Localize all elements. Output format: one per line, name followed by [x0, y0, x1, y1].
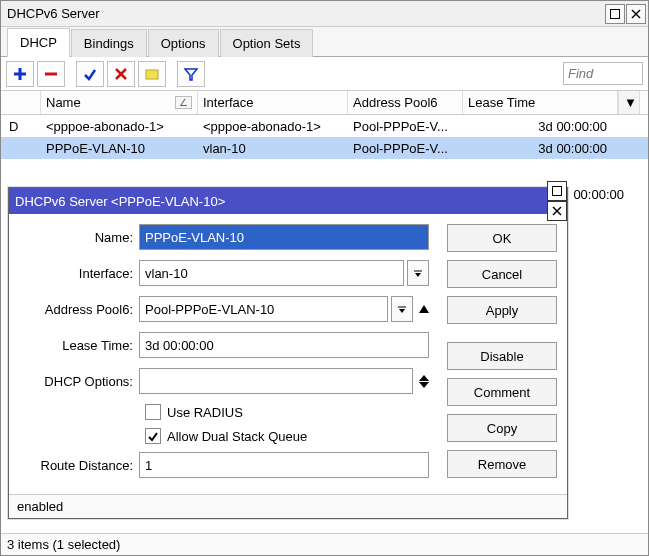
svg-rect-10: [553, 187, 562, 196]
enable-button[interactable]: [76, 61, 104, 87]
row-lease: 3d 00:00:00: [463, 117, 618, 136]
label-route-distance: Route Distance:: [19, 458, 139, 473]
status-bar: 3 items (1 selected): [1, 533, 648, 555]
maximize-button[interactable]: [605, 4, 625, 24]
name-field[interactable]: [139, 224, 429, 250]
col-flag[interactable]: [1, 91, 41, 114]
pool-field[interactable]: [139, 296, 388, 322]
lease-field[interactable]: [139, 332, 429, 358]
window-buttons: [604, 4, 648, 24]
route-distance-field[interactable]: [139, 452, 429, 478]
grid-body: D <pppoe-abonado-1> <pppoe-abonado-1> Po…: [1, 115, 648, 159]
tab-dhcp[interactable]: DHCP: [7, 28, 70, 57]
col-interface[interactable]: Interface: [198, 91, 348, 114]
col-lease-time[interactable]: Lease Time: [463, 91, 618, 114]
col-name-label: Name: [46, 95, 81, 110]
column-menu-button[interactable]: ▼: [618, 91, 640, 114]
disable-button[interactable]: [107, 61, 135, 87]
row-interface: <pppoe-abonado-1>: [198, 117, 348, 136]
dialog-close-button[interactable]: [547, 201, 567, 221]
comment-button[interactable]: [138, 61, 166, 87]
row-name: <pppoe-abonado-1>: [41, 117, 198, 136]
svg-marker-9: [185, 69, 197, 80]
main-titlebar: DHCPv6 Server: [1, 1, 648, 27]
row-flag: [1, 146, 41, 150]
svg-rect-8: [146, 70, 158, 79]
dhcp-options-field[interactable]: [139, 368, 413, 394]
row-flag: D: [1, 117, 41, 136]
label-interface: Interface:: [19, 266, 139, 281]
interface-dropdown-button[interactable]: [407, 260, 429, 286]
col-name[interactable]: Name ∠: [41, 91, 198, 114]
tab-bindings[interactable]: Bindings: [71, 29, 147, 57]
ok-button[interactable]: OK: [447, 224, 557, 252]
main-title: DHCPv6 Server: [7, 6, 604, 21]
close-button[interactable]: [626, 4, 646, 24]
button-column: OK Cancel Apply Disable Comment Copy Rem…: [447, 224, 557, 488]
svg-marker-16: [399, 309, 405, 313]
remove-button[interactable]: [37, 61, 65, 87]
sort-indicator[interactable]: ∠: [175, 96, 192, 109]
edit-dialog: DHCPv6 Server <PPPoE-VLAN-10> Name: Inte…: [8, 187, 568, 519]
row-pool: Pool-PPPoE-V...: [348, 139, 463, 158]
toolbar: [1, 57, 648, 91]
pool-up-button[interactable]: [419, 305, 429, 313]
copy-button[interactable]: Copy: [447, 414, 557, 442]
svg-marker-14: [415, 273, 421, 277]
allow-dual-label: Allow Dual Stack Queue: [167, 429, 307, 444]
dialog-title: DHCPv6 Server <PPPoE-VLAN-10>: [15, 194, 225, 209]
form-column: Name: Interface: Address Pool6: Lease: [19, 224, 429, 488]
filter-button[interactable]: [177, 61, 205, 87]
table-row[interactable]: D <pppoe-abonado-1> <pppoe-abonado-1> Po…: [1, 115, 648, 137]
tab-option-sets[interactable]: Option Sets: [220, 29, 314, 57]
col-address-pool[interactable]: Address Pool6: [348, 91, 463, 114]
use-radius-label: Use RADIUS: [167, 405, 243, 420]
label-lease: Lease Time:: [19, 338, 139, 353]
label-name: Name:: [19, 230, 139, 245]
allow-dual-checkbox[interactable]: [145, 428, 161, 444]
row-lease: 3d 00:00:00: [463, 139, 618, 158]
dhcp-options-expand-button[interactable]: [419, 375, 429, 388]
find-input[interactable]: [563, 62, 643, 85]
label-pool: Address Pool6:: [19, 302, 139, 317]
dialog-maximize-button[interactable]: [547, 181, 567, 201]
comment-button[interactable]: Comment: [447, 378, 557, 406]
row-name: PPPoE-VLAN-10: [41, 139, 198, 158]
use-radius-checkbox[interactable]: [145, 404, 161, 420]
add-button[interactable]: [6, 61, 34, 87]
svg-rect-0: [611, 9, 620, 18]
grid-header: Name ∠ Interface Address Pool6 Lease Tim…: [1, 91, 648, 115]
disable-button[interactable]: Disable: [447, 342, 557, 370]
pool-dropdown-button[interactable]: [391, 296, 413, 322]
tab-bar: DHCP Bindings Options Option Sets: [1, 27, 648, 57]
row-interface: vlan-10: [198, 139, 348, 158]
table-row[interactable]: PPPoE-VLAN-10 vlan-10 Pool-PPPoE-V... 3d…: [1, 137, 648, 159]
row-pool: Pool-PPPoE-V...: [348, 117, 463, 136]
remove-button[interactable]: Remove: [447, 450, 557, 478]
dialog-status: enabled: [9, 494, 567, 518]
label-dhcp-options: DHCP Options:: [19, 374, 139, 389]
tab-options[interactable]: Options: [148, 29, 219, 57]
apply-button[interactable]: Apply: [447, 296, 557, 324]
row-lease-partial: 00:00:00: [573, 187, 624, 202]
dialog-titlebar: DHCPv6 Server <PPPoE-VLAN-10>: [9, 188, 567, 214]
cancel-button[interactable]: Cancel: [447, 260, 557, 288]
interface-field[interactable]: [139, 260, 404, 286]
